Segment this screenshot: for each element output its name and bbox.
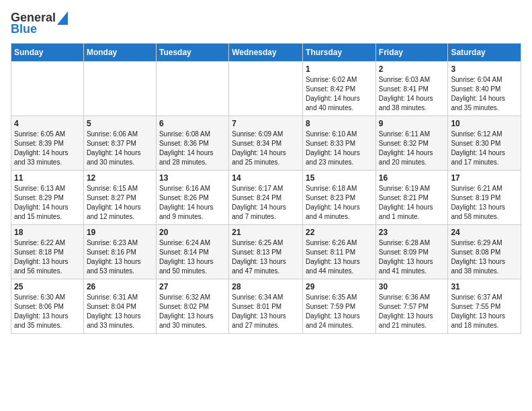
day-number: 11 — [14, 173, 81, 183]
day-number: 12 — [87, 173, 153, 183]
day-content: Sunrise: 6:02 AM Sunset: 8:42 PM Dayligh… — [306, 75, 373, 113]
calendar-cell: 18Sunrise: 6:22 AM Sunset: 8:18 PM Dayli… — [11, 225, 84, 279]
header-wednesday: Wednesday — [229, 44, 303, 62]
calendar-table: SundayMondayTuesdayWednesdayThursdayFrid… — [11, 43, 521, 334]
calendar-header-row: SundayMondayTuesdayWednesdayThursdayFrid… — [11, 44, 521, 62]
day-number: 23 — [379, 228, 445, 237]
calendar-cell — [83, 62, 156, 116]
day-content: Sunrise: 6:23 AM Sunset: 8:16 PM Dayligh… — [87, 238, 153, 276]
day-number: 15 — [306, 173, 373, 183]
calendar-week-row: 25Sunrise: 6:30 AM Sunset: 8:06 PM Dayli… — [11, 279, 521, 334]
day-number: 18 — [14, 228, 81, 237]
calendar-cell: 1Sunrise: 6:02 AM Sunset: 8:42 PM Daylig… — [303, 62, 376, 116]
calendar-cell: 22Sunrise: 6:26 AM Sunset: 8:11 PM Dayli… — [303, 225, 376, 279]
day-content: Sunrise: 6:22 AM Sunset: 8:18 PM Dayligh… — [14, 238, 81, 276]
day-number: 30 — [379, 282, 445, 291]
calendar-cell: 26Sunrise: 6:31 AM Sunset: 8:04 PM Dayli… — [83, 279, 156, 334]
day-number: 17 — [451, 173, 518, 183]
calendar-cell: 24Sunrise: 6:29 AM Sunset: 8:08 PM Dayli… — [448, 225, 521, 279]
day-content: Sunrise: 6:10 AM Sunset: 8:33 PM Dayligh… — [306, 130, 373, 167]
day-number: 24 — [451, 228, 518, 237]
calendar-cell: 20Sunrise: 6:24 AM Sunset: 8:14 PM Dayli… — [156, 225, 228, 279]
day-number: 31 — [451, 282, 518, 291]
day-content: Sunrise: 6:37 AM Sunset: 7:55 PM Dayligh… — [451, 293, 518, 330]
day-number: 26 — [87, 282, 153, 291]
day-number: 8 — [306, 119, 373, 128]
day-number: 27 — [159, 282, 226, 291]
calendar-cell: 9Sunrise: 6:11 AM Sunset: 8:32 PM Daylig… — [375, 116, 448, 171]
calendar-cell: 28Sunrise: 6:34 AM Sunset: 8:01 PM Dayli… — [229, 279, 303, 334]
day-number: 22 — [306, 228, 373, 237]
calendar-cell: 8Sunrise: 6:10 AM Sunset: 8:33 PM Daylig… — [303, 116, 376, 171]
day-number: 28 — [232, 282, 300, 291]
calendar-week-row: 11Sunrise: 6:13 AM Sunset: 8:29 PM Dayli… — [11, 171, 521, 225]
day-content: Sunrise: 6:15 AM Sunset: 8:27 PM Dayligh… — [87, 184, 153, 222]
day-content: Sunrise: 6:17 AM Sunset: 8:24 PM Dayligh… — [232, 184, 300, 222]
calendar-cell: 3Sunrise: 6:04 AM Sunset: 8:40 PM Daylig… — [448, 62, 521, 116]
header-thursday: Thursday — [303, 44, 376, 62]
day-content: Sunrise: 6:28 AM Sunset: 8:09 PM Dayligh… — [379, 238, 445, 276]
day-content: Sunrise: 6:21 AM Sunset: 8:19 PM Dayligh… — [451, 184, 518, 222]
calendar-cell: 31Sunrise: 6:37 AM Sunset: 7:55 PM Dayli… — [448, 279, 521, 334]
calendar-cell: 21Sunrise: 6:25 AM Sunset: 8:13 PM Dayli… — [229, 225, 303, 279]
logo-blue: Blue — [11, 22, 37, 36]
day-number: 25 — [14, 282, 81, 291]
day-number: 19 — [87, 228, 153, 237]
day-content: Sunrise: 6:09 AM Sunset: 8:34 PM Dayligh… — [232, 130, 300, 167]
day-number: 14 — [232, 173, 300, 183]
calendar-cell: 10Sunrise: 6:12 AM Sunset: 8:30 PM Dayli… — [448, 116, 521, 171]
logo: General Blue — [11, 11, 68, 36]
calendar-cell: 6Sunrise: 6:08 AM Sunset: 8:36 PM Daylig… — [156, 116, 228, 171]
calendar-cell: 13Sunrise: 6:16 AM Sunset: 8:26 PM Dayli… — [156, 171, 228, 225]
day-number: 3 — [451, 64, 518, 74]
calendar-cell: 19Sunrise: 6:23 AM Sunset: 8:16 PM Dayli… — [83, 225, 156, 279]
day-content: Sunrise: 6:03 AM Sunset: 8:41 PM Dayligh… — [379, 75, 445, 113]
calendar-cell — [229, 62, 303, 116]
calendar-week-row: 4Sunrise: 6:05 AM Sunset: 8:39 PM Daylig… — [11, 116, 521, 171]
day-number: 16 — [379, 173, 445, 183]
header-sunday: Sunday — [11, 44, 84, 62]
header-friday: Friday — [375, 44, 448, 62]
header-tuesday: Tuesday — [156, 44, 228, 62]
day-content: Sunrise: 6:08 AM Sunset: 8:36 PM Dayligh… — [159, 130, 226, 167]
calendar-cell: 15Sunrise: 6:18 AM Sunset: 8:23 PM Dayli… — [303, 171, 376, 225]
page-header: General Blue — [11, 11, 521, 36]
day-content: Sunrise: 6:35 AM Sunset: 7:59 PM Dayligh… — [306, 293, 373, 330]
header-monday: Monday — [83, 44, 156, 62]
calendar-week-row: 18Sunrise: 6:22 AM Sunset: 8:18 PM Dayli… — [11, 225, 521, 279]
day-number: 10 — [451, 119, 518, 128]
calendar-cell: 2Sunrise: 6:03 AM Sunset: 8:41 PM Daylig… — [375, 62, 448, 116]
day-number: 29 — [306, 282, 373, 291]
calendar-cell: 23Sunrise: 6:28 AM Sunset: 8:09 PM Dayli… — [375, 225, 448, 279]
day-content: Sunrise: 6:18 AM Sunset: 8:23 PM Dayligh… — [306, 184, 373, 222]
calendar-cell: 17Sunrise: 6:21 AM Sunset: 8:19 PM Dayli… — [448, 171, 521, 225]
day-content: Sunrise: 6:32 AM Sunset: 8:02 PM Dayligh… — [159, 293, 226, 330]
svg-marker-0 — [57, 11, 68, 25]
calendar-cell: 4Sunrise: 6:05 AM Sunset: 8:39 PM Daylig… — [11, 116, 84, 171]
day-number: 6 — [159, 119, 226, 128]
calendar-cell: 27Sunrise: 6:32 AM Sunset: 8:02 PM Dayli… — [156, 279, 228, 334]
day-content: Sunrise: 6:12 AM Sunset: 8:30 PM Dayligh… — [451, 130, 518, 167]
day-content: Sunrise: 6:13 AM Sunset: 8:29 PM Dayligh… — [14, 184, 81, 222]
calendar-week-row: 1Sunrise: 6:02 AM Sunset: 8:42 PM Daylig… — [11, 62, 521, 116]
day-number: 7 — [232, 119, 300, 128]
calendar-cell: 11Sunrise: 6:13 AM Sunset: 8:29 PM Dayli… — [11, 171, 84, 225]
day-number: 21 — [232, 228, 300, 237]
calendar-cell: 5Sunrise: 6:06 AM Sunset: 8:37 PM Daylig… — [83, 116, 156, 171]
day-content: Sunrise: 6:31 AM Sunset: 8:04 PM Dayligh… — [87, 293, 153, 330]
day-content: Sunrise: 6:05 AM Sunset: 8:39 PM Dayligh… — [14, 130, 81, 167]
day-content: Sunrise: 6:06 AM Sunset: 8:37 PM Dayligh… — [87, 130, 153, 167]
calendar-cell: 29Sunrise: 6:35 AM Sunset: 7:59 PM Dayli… — [303, 279, 376, 334]
day-number: 9 — [379, 119, 445, 128]
calendar-cell: 14Sunrise: 6:17 AM Sunset: 8:24 PM Dayli… — [229, 171, 303, 225]
day-number: 2 — [379, 64, 445, 74]
calendar-cell: 25Sunrise: 6:30 AM Sunset: 8:06 PM Dayli… — [11, 279, 84, 334]
calendar-cell: 7Sunrise: 6:09 AM Sunset: 8:34 PM Daylig… — [229, 116, 303, 171]
day-number: 5 — [87, 119, 153, 128]
day-content: Sunrise: 6:30 AM Sunset: 8:06 PM Dayligh… — [14, 293, 81, 330]
logo-triangle-icon — [57, 11, 68, 25]
day-content: Sunrise: 6:26 AM Sunset: 8:11 PM Dayligh… — [306, 238, 373, 276]
day-number: 1 — [306, 64, 373, 74]
calendar-cell: 16Sunrise: 6:19 AM Sunset: 8:21 PM Dayli… — [375, 171, 448, 225]
day-number: 20 — [159, 228, 226, 237]
